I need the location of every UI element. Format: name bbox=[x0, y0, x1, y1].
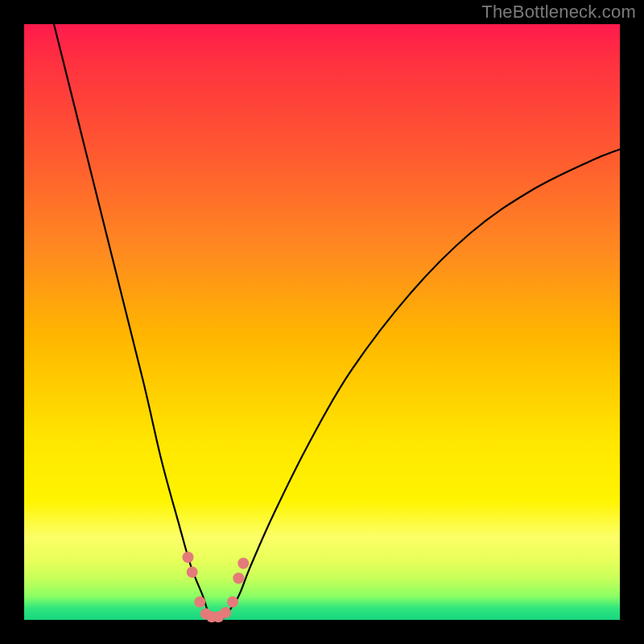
watermark-text: TheBottleneck.com bbox=[481, 2, 636, 23]
valley-dot bbox=[187, 567, 198, 578]
valley-dot bbox=[183, 551, 194, 563]
valley-dot bbox=[237, 558, 249, 569]
valley-dot bbox=[220, 607, 231, 618]
valley-dots bbox=[183, 551, 250, 622]
plot-area bbox=[24, 24, 620, 620]
valley-dot bbox=[227, 597, 238, 608]
curve-layer bbox=[24, 24, 620, 620]
valley-dot bbox=[194, 597, 205, 608]
bottleneck-curve bbox=[54, 24, 620, 621]
chart-frame: TheBottleneck.com bbox=[0, 0, 644, 644]
valley-dot bbox=[233, 572, 244, 584]
